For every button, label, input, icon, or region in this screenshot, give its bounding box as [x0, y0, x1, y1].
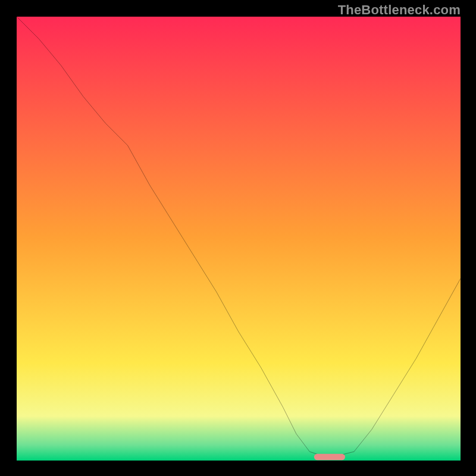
chart-frame [16, 16, 461, 461]
bottleneck-chart [17, 17, 461, 461]
optimal-band-marker [314, 454, 345, 460]
